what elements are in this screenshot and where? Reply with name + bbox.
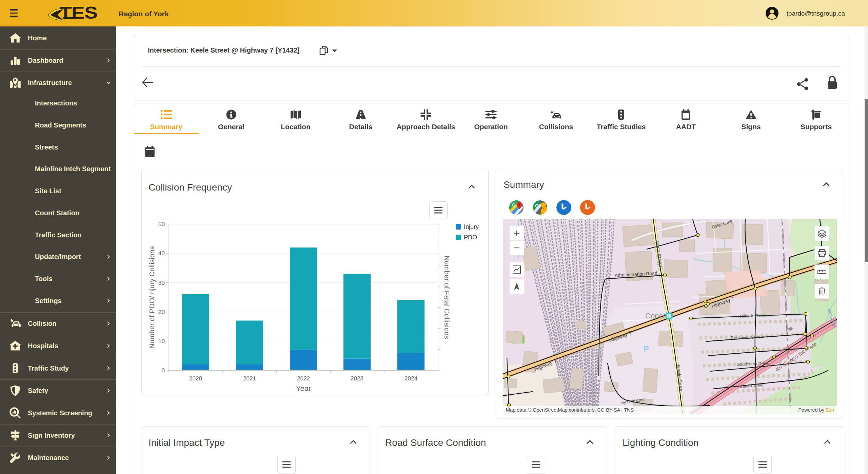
svg-text:G: G	[512, 202, 515, 208]
svg-text:30: 30	[158, 280, 165, 286]
svg-text:Year: Year	[296, 384, 311, 393]
svg-text:Number of Fatal Collisions: Number of Fatal Collisions	[443, 256, 451, 339]
svg-text:40: 40	[158, 250, 165, 257]
svg-text:0: 0	[162, 367, 165, 374]
svg-text:Injury: Injury	[464, 223, 479, 230]
svg-text:2021: 2021	[243, 375, 256, 382]
svg-text:2020: 2020	[189, 375, 202, 382]
svg-text:20: 20	[158, 309, 165, 315]
svg-text:10: 10	[158, 338, 165, 344]
svg-text:Number of PDO/Injury Collision: Number of PDO/Injury Collisions	[148, 246, 156, 349]
svg-text:2022: 2022	[297, 375, 310, 382]
svg-text:2023: 2023	[351, 375, 363, 382]
svg-text:P: P	[644, 344, 649, 353]
svg-text:PDO: PDO	[464, 234, 477, 241]
svg-text:G: G	[535, 203, 539, 209]
svg-text:TES: TES	[60, 5, 97, 22]
svg-text:Hillside Drive: Hillside Drive	[740, 313, 766, 319]
svg-text:2024: 2024	[405, 375, 417, 382]
svg-text:50: 50	[158, 221, 165, 228]
